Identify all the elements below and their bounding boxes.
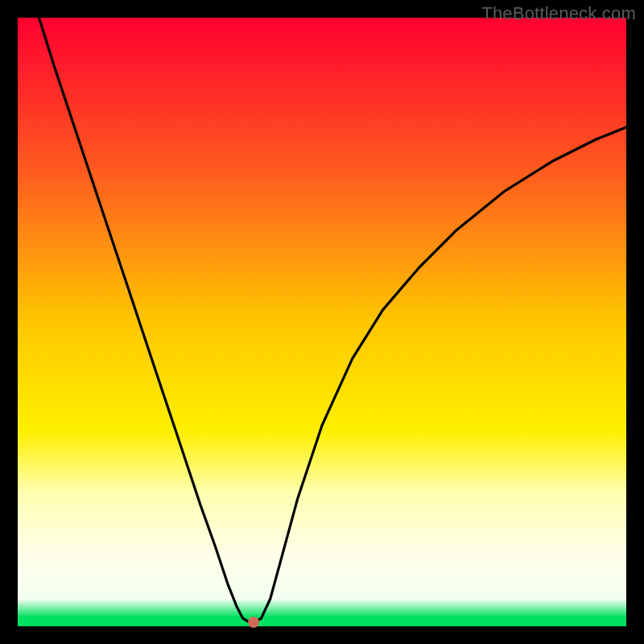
watermark-text: TheBottleneck.com	[481, 3, 636, 24]
curve-line	[18, 18, 626, 626]
min-marker	[248, 617, 259, 628]
chart-frame: TheBottleneck.com	[0, 0, 644, 644]
curve-path	[39, 18, 627, 623]
plot-area	[18, 18, 626, 626]
